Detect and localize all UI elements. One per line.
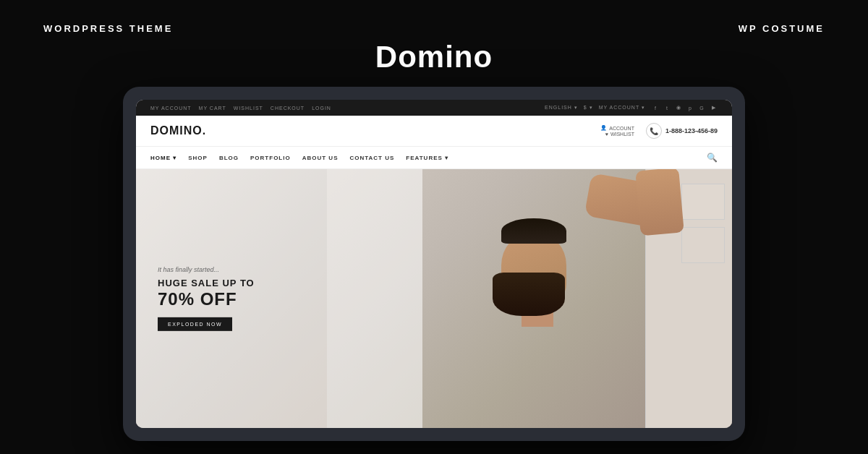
laptop-screen: MY ACCOUNT MY CART WISHLIST CHECKOUT LOG… bbox=[136, 100, 732, 428]
facebook-icon[interactable]: f bbox=[651, 103, 660, 112]
main-nav: HOME ▾ SHOP BLOG PORTFOLIO ABOUT US CONT… bbox=[136, 147, 732, 169]
account-label: ACCOUNT bbox=[609, 126, 634, 131]
hero-section: It has finally started... HUGE SALE UP T… bbox=[136, 169, 732, 428]
header-right: 👤 ACCOUNT ♥ WISHLIST 📞 1-888-12 bbox=[600, 123, 718, 139]
phone-section: 📞 1-888-123-456-89 bbox=[646, 123, 718, 139]
nav-about-us[interactable]: ABOUT US bbox=[302, 155, 339, 161]
wp-costume-text: WP COSTUME bbox=[739, 23, 825, 34]
hero-title-line1: HUGE SALE UP TO bbox=[158, 278, 255, 290]
top-label-left: WORDPRESS THEME bbox=[43, 23, 173, 34]
phone-icon: 📞 bbox=[646, 123, 662, 139]
laptop-container: MY ACCOUNT MY CART WISHLIST CHECKOUT LOG… bbox=[123, 87, 745, 441]
hero-subtitle: It has finally started... bbox=[158, 266, 255, 273]
phone-number: 1-888-123-456-89 bbox=[665, 127, 718, 134]
nav-features[interactable]: FEATURES ▾ bbox=[406, 155, 448, 161]
header-account-section: 👤 ACCOUNT ♥ WISHLIST bbox=[600, 125, 634, 137]
site-logo[interactable]: DOMINO. bbox=[150, 124, 206, 137]
youtube-icon[interactable]: ▶ bbox=[709, 103, 718, 112]
language-selector[interactable]: ENGLISH ▾ bbox=[545, 105, 578, 111]
account-dropdown[interactable]: MY ACCOUNT ▾ bbox=[599, 105, 645, 111]
topbar-login[interactable]: LOGIN bbox=[312, 106, 331, 111]
site-header: DOMINO. 👤 ACCOUNT ♥ WISHLIST bbox=[136, 116, 732, 147]
currency-selector[interactable]: $ ▾ bbox=[584, 105, 593, 111]
top-bar-right: ENGLISH ▾ $ ▾ MY ACCOUNT ▾ f t ◉ p G ▶ bbox=[545, 103, 718, 112]
wordpress-theme-text: WORDPRESS THEME bbox=[43, 23, 173, 34]
theme-title-text: Domino bbox=[375, 40, 493, 74]
account-person-icon: 👤 bbox=[600, 125, 607, 131]
topbar-wishlist[interactable]: WISHLIST bbox=[234, 106, 263, 111]
theme-title: Domino bbox=[375, 40, 493, 74]
hero-cta-button[interactable]: EXPLODED NOW bbox=[158, 317, 232, 331]
wishlist-label: WISHLIST bbox=[610, 132, 634, 137]
top-label-right: WP COSTUME bbox=[739, 23, 825, 34]
nav-items-group: HOME ▾ SHOP BLOG PORTFOLIO ABOUT US CONT… bbox=[150, 155, 448, 161]
nav-portfolio[interactable]: PORTFOLIO bbox=[250, 155, 291, 161]
top-bar: MY ACCOUNT MY CART WISHLIST CHECKOUT LOG… bbox=[136, 100, 732, 116]
nav-blog[interactable]: BLOG bbox=[219, 155, 239, 161]
account-link[interactable]: 👤 ACCOUNT bbox=[600, 125, 634, 131]
instagram-icon[interactable]: ◉ bbox=[674, 103, 683, 112]
hero-title-line2: 70% OFF bbox=[158, 290, 255, 309]
hero-content: It has finally started... HUGE SALE UP T… bbox=[158, 266, 255, 331]
twitter-icon[interactable]: t bbox=[663, 103, 671, 112]
social-icons-group: f t ◉ p G ▶ bbox=[651, 103, 718, 112]
nav-shop[interactable]: SHOP bbox=[188, 155, 208, 161]
page-wrapper: WORDPRESS THEME WP COSTUME Domino MY ACC… bbox=[0, 0, 868, 454]
website-content: MY ACCOUNT MY CART WISHLIST CHECKOUT LOG… bbox=[136, 100, 732, 428]
topbar-my-account[interactable]: MY ACCOUNT bbox=[150, 106, 192, 111]
top-bar-left: MY ACCOUNT MY CART WISHLIST CHECKOUT LOG… bbox=[150, 106, 331, 111]
heart-icon: ♥ bbox=[605, 132, 608, 137]
nav-contact-us[interactable]: CONTACT US bbox=[349, 155, 394, 161]
google-plus-icon[interactable]: G bbox=[697, 103, 706, 112]
topbar-checkout[interactable]: CHECKOUT bbox=[271, 106, 305, 111]
laptop-shell: MY ACCOUNT MY CART WISHLIST CHECKOUT LOG… bbox=[123, 87, 745, 441]
topbar-my-cart[interactable]: MY CART bbox=[199, 106, 226, 111]
wishlist-link[interactable]: ♥ WISHLIST bbox=[605, 132, 634, 137]
nav-home[interactable]: HOME ▾ bbox=[150, 155, 176, 161]
search-icon[interactable]: 🔍 bbox=[707, 153, 718, 163]
pinterest-icon[interactable]: p bbox=[686, 103, 694, 112]
